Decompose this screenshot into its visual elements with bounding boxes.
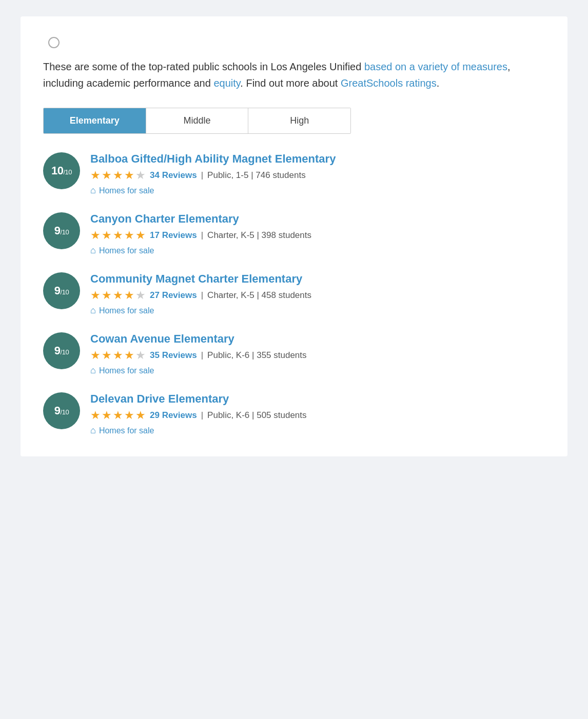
help-icon[interactable] (48, 37, 60, 48)
tab-elementary[interactable]: Elementary (44, 108, 146, 133)
meta-separator: | (201, 290, 203, 301)
description-paragraph: These are some of the top-rated public s… (43, 58, 545, 91)
main-container: These are some of the top-rated public s… (21, 16, 567, 456)
homes-for-sale-link[interactable]: ⌂Homes for sale (90, 365, 545, 376)
homes-for-sale-link[interactable]: ⌂Homes for sale (90, 245, 545, 256)
school-details: Public, K-6 | 355 students (207, 350, 306, 361)
home-icon: ⌂ (90, 425, 96, 436)
score: 9/10 (54, 224, 69, 237)
school-list: 10/10Balboa Gifted/High Ability Magnet E… (43, 152, 545, 436)
school-details: Public, 1-5 | 746 students (207, 170, 306, 181)
school-name[interactable]: Cowan Avenue Elementary (90, 332, 545, 346)
homes-label: Homes for sale (99, 306, 154, 315)
score: 9/10 (54, 284, 69, 297)
reviews-link[interactable]: 34 Reviews (150, 170, 197, 181)
home-icon: ⌂ (90, 305, 96, 316)
home-icon: ⌂ (90, 365, 96, 376)
school-meta-row: ★★★★★35 Reviews|Public, K-6 | 355 studen… (90, 349, 545, 362)
star-rating: ★★★★★ (90, 289, 146, 302)
tab-high[interactable]: High (248, 108, 350, 133)
school-details: Public, K-6 | 505 students (207, 410, 306, 421)
rating-badge: 9/10 (43, 272, 80, 309)
reviews-link[interactable]: 29 Reviews (150, 410, 197, 421)
homes-for-sale-link[interactable]: ⌂Homes for sale (90, 185, 545, 196)
tab-middle[interactable]: Middle (146, 108, 249, 133)
school-details: Charter, K-5 | 458 students (207, 290, 311, 301)
reviews-link[interactable]: 35 Reviews (150, 350, 197, 361)
school-item: 9/10Cowan Avenue Elementary★★★★★35 Revie… (43, 332, 545, 376)
star-rating: ★★★★★ (90, 169, 146, 182)
school-details: Charter, K-5 | 398 students (207, 230, 311, 241)
rating-badge: 9/10 (43, 392, 80, 429)
meta-separator: | (201, 230, 203, 241)
score: 9/10 (54, 404, 69, 417)
school-name[interactable]: Canyon Charter Elementary (90, 212, 545, 226)
variety-link[interactable]: based on a variety of measures (364, 61, 507, 72)
homes-label: Homes for sale (99, 186, 154, 195)
home-icon: ⌂ (90, 185, 96, 196)
school-item: 10/10Balboa Gifted/High Ability Magnet E… (43, 152, 545, 196)
meta-separator: | (201, 170, 203, 181)
school-name[interactable]: Balboa Gifted/High Ability Magnet Elemen… (90, 152, 545, 166)
homes-label: Homes for sale (99, 426, 154, 435)
meta-separator: | (201, 350, 203, 361)
star-rating: ★★★★★ (90, 349, 146, 362)
rating-badge: 9/10 (43, 332, 80, 369)
reviews-link[interactable]: 27 Reviews (150, 290, 197, 301)
homes-for-sale-link[interactable]: ⌂Homes for sale (90, 305, 545, 316)
school-meta-row: ★★★★★17 Reviews|Charter, K-5 | 398 stude… (90, 229, 545, 242)
star-rating: ★★★★★ (90, 409, 146, 422)
homes-for-sale-link[interactable]: ⌂Homes for sale (90, 425, 545, 436)
school-tabs: Elementary Middle High (43, 108, 351, 134)
school-meta-row: ★★★★★27 Reviews|Charter, K-5 | 458 stude… (90, 289, 545, 302)
school-meta-row: ★★★★★34 Reviews|Public, 1-5 | 746 studen… (90, 169, 545, 182)
school-item: 9/10Community Magnet Charter Elementary★… (43, 272, 545, 316)
score: 9/10 (54, 344, 69, 357)
reviews-link[interactable]: 17 Reviews (150, 230, 197, 241)
greatschools-link[interactable]: GreatSchools ratings (341, 77, 437, 89)
page-title (43, 37, 545, 48)
rating-badge: 10/10 (43, 152, 80, 189)
school-item: 9/10Canyon Charter Elementary★★★★★17 Rev… (43, 212, 545, 256)
school-info: Community Magnet Charter Elementary★★★★★… (90, 272, 545, 316)
score: 10/10 (51, 164, 72, 177)
equity-link[interactable]: equity (213, 77, 240, 89)
school-info: Delevan Drive Elementary★★★★★29 Reviews|… (90, 392, 545, 436)
rating-badge: 9/10 (43, 212, 80, 249)
home-icon: ⌂ (90, 245, 96, 256)
school-name[interactable]: Community Magnet Charter Elementary (90, 272, 545, 286)
homes-label: Homes for sale (99, 246, 154, 255)
homes-label: Homes for sale (99, 366, 154, 375)
star-rating: ★★★★★ (90, 229, 146, 242)
school-info: Canyon Charter Elementary★★★★★17 Reviews… (90, 212, 545, 256)
school-info: Balboa Gifted/High Ability Magnet Elemen… (90, 152, 545, 196)
school-item: 9/10Delevan Drive Elementary★★★★★29 Revi… (43, 392, 545, 436)
school-name[interactable]: Delevan Drive Elementary (90, 392, 545, 406)
school-meta-row: ★★★★★29 Reviews|Public, K-6 | 505 studen… (90, 409, 545, 422)
meta-separator: | (201, 410, 203, 421)
school-info: Cowan Avenue Elementary★★★★★35 Reviews|P… (90, 332, 545, 376)
